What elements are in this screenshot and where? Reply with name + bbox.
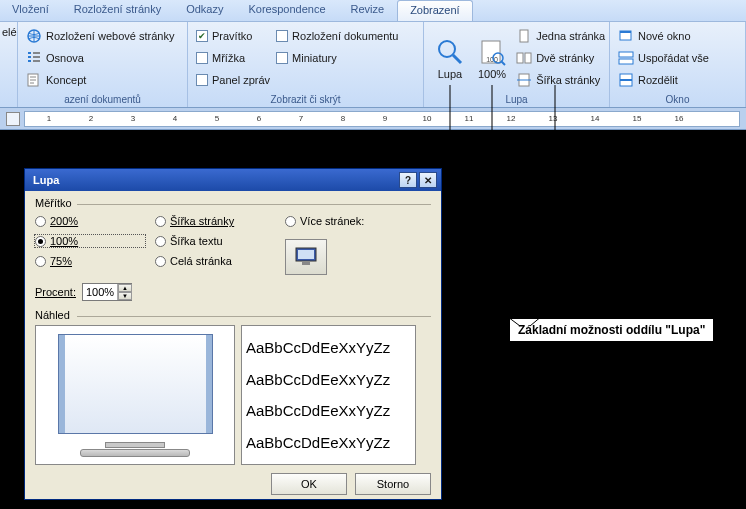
btn-outline[interactable]: Osnova	[26, 48, 174, 68]
one-page-icon	[516, 28, 532, 44]
btn-one-page-label: Jedna stránka	[536, 30, 605, 42]
group-window: Nové okno Uspořádat vše Rozdělit Okno	[610, 22, 746, 107]
horizontal-ruler[interactable]: 12345678910111213141516	[24, 111, 740, 127]
radio-75-label: 75%	[50, 255, 72, 267]
group-document-views-label: azení dokumentů	[26, 92, 179, 105]
many-pages-picker[interactable]	[285, 239, 327, 275]
group-partial-left: elé	[0, 22, 18, 107]
ruler-tick: 16	[665, 114, 693, 123]
svg-rect-15	[619, 59, 633, 64]
svg-point-2	[439, 41, 455, 57]
checkbox-icon	[196, 74, 208, 86]
outline-icon	[26, 50, 42, 66]
tab-references[interactable]: Odkazy	[174, 0, 236, 21]
btn-split[interactable]: Rozdělit	[618, 70, 709, 90]
chk-thumbnails[interactable]: Miniatury	[276, 48, 398, 68]
btn-100[interactable]: 100 100%	[474, 26, 510, 92]
group-show-hide: ✔ Pravítko Mřížka Panel zpráv Rozložení …	[188, 22, 424, 107]
draft-icon	[26, 72, 42, 88]
chk-doc-map[interactable]: Rozložení dokumentu	[276, 26, 398, 46]
btn-web-layout-label: Rozložení webové stránky	[46, 30, 174, 42]
ok-button[interactable]: OK	[271, 473, 347, 495]
sample-line-4: AaBbCcDdEeXxYyZz	[246, 434, 411, 451]
btn-draft[interactable]: Koncept	[26, 70, 174, 90]
svg-rect-9	[517, 53, 523, 63]
ruler-tick: 3	[119, 114, 147, 123]
radio-100[interactable]: 100%	[35, 235, 145, 247]
arrange-all-icon	[618, 50, 634, 66]
ruler-tick: 1	[35, 114, 63, 123]
radio-200[interactable]: 200%	[35, 215, 145, 227]
split-icon	[618, 72, 634, 88]
group-window-label: Okno	[618, 92, 737, 105]
chk-doc-map-label: Rozložení dokumentu	[292, 30, 398, 42]
ruler-corner[interactable]	[6, 112, 20, 126]
new-window-icon	[618, 28, 634, 44]
web-layout-icon	[26, 28, 42, 44]
ruler-tick: 10	[413, 114, 441, 123]
svg-line-7	[501, 61, 505, 65]
tab-review[interactable]: Revize	[339, 0, 398, 21]
svg-rect-20	[302, 262, 310, 265]
cancel-button[interactable]: Storno	[355, 473, 431, 495]
percent-input[interactable]	[83, 286, 117, 298]
preview-monitor	[35, 325, 235, 465]
tab-view[interactable]: Zobrazení	[397, 0, 473, 21]
btn-arrange-all[interactable]: Uspořádat vše	[618, 48, 709, 68]
tab-insert[interactable]: Vložení	[0, 0, 62, 21]
radio-75[interactable]: 75%	[35, 255, 145, 267]
monitor-stand-icon	[105, 442, 165, 448]
radio-page-width[interactable]: Šířka stránky	[155, 215, 275, 227]
btn-split-label: Rozdělit	[638, 74, 678, 86]
radio-100-label: 100%	[50, 235, 78, 247]
svg-line-3	[453, 55, 461, 63]
close-button[interactable]: ✕	[419, 172, 437, 188]
ruler-tick: 9	[371, 114, 399, 123]
radio-text-width[interactable]: Šířka textu	[155, 235, 275, 247]
checkbox-icon	[196, 52, 208, 64]
help-button[interactable]: ?	[399, 172, 417, 188]
ruler-tick: 4	[161, 114, 189, 123]
spin-up-button[interactable]: ▲	[118, 284, 132, 292]
percent-spinner[interactable]: ▲ ▼	[82, 283, 132, 301]
chk-message-bar-label: Panel zpráv	[212, 74, 270, 86]
btn-new-window[interactable]: Nové okno	[618, 26, 709, 46]
sample-line-1: AaBbCcDdEeXxYyZz	[246, 339, 411, 356]
spin-down-button[interactable]: ▼	[118, 292, 132, 300]
radio-many-pages-label: Více stránek:	[300, 215, 364, 227]
btn-two-pages[interactable]: Dvě stránky	[516, 48, 605, 68]
ribbon: elé Rozložení webové stránky Osnova	[0, 22, 746, 108]
btn-new-window-label: Nové okno	[638, 30, 691, 42]
btn-page-width[interactable]: Šířka stránky	[516, 70, 605, 90]
svg-rect-14	[619, 52, 633, 57]
btn-page-width-label: Šířka stránky	[536, 74, 600, 86]
chk-gridlines[interactable]: Mřížka	[196, 48, 270, 68]
chk-message-bar[interactable]: Panel zpráv	[196, 70, 270, 90]
btn-web-layout[interactable]: Rozložení webové stránky	[26, 26, 174, 46]
group-zoom: Lupa 100 100% Jedna stránka Dvě stránky	[424, 22, 610, 107]
btn-100-label: 100%	[478, 68, 506, 80]
btn-zoom-label: Lupa	[438, 68, 462, 80]
sample-line-2: AaBbCcDdEeXxYyZz	[246, 371, 411, 388]
monitor-icon	[292, 246, 320, 268]
group-document-views: Rozložení webové stránky Osnova Koncept …	[18, 22, 188, 107]
svg-rect-8	[520, 30, 528, 42]
tab-page-layout[interactable]: Rozložení stránky	[62, 0, 174, 21]
checkbox-icon	[276, 52, 288, 64]
two-pages-icon	[516, 50, 532, 66]
chk-ruler[interactable]: ✔ Pravítko	[196, 26, 270, 46]
ruler-tick: 14	[581, 114, 609, 123]
btn-zoom[interactable]: Lupa	[432, 26, 468, 92]
btn-two-pages-label: Dvě stránky	[536, 52, 594, 64]
svg-rect-13	[620, 31, 631, 33]
svg-rect-10	[525, 53, 531, 63]
tab-mailings[interactable]: Korespondence	[236, 0, 338, 21]
page-width-icon	[516, 72, 532, 88]
ruler-tick: 11	[455, 114, 483, 123]
dialog-titlebar[interactable]: Lupa ? ✕	[25, 169, 441, 191]
radio-page-width-label: Šířka stránky	[170, 215, 234, 227]
btn-one-page[interactable]: Jedna stránka	[516, 26, 605, 46]
radio-whole-page[interactable]: Celá stránka	[155, 255, 275, 267]
radio-many-pages[interactable]: Více stránek:	[285, 215, 364, 227]
ruler-tick: 2	[77, 114, 105, 123]
